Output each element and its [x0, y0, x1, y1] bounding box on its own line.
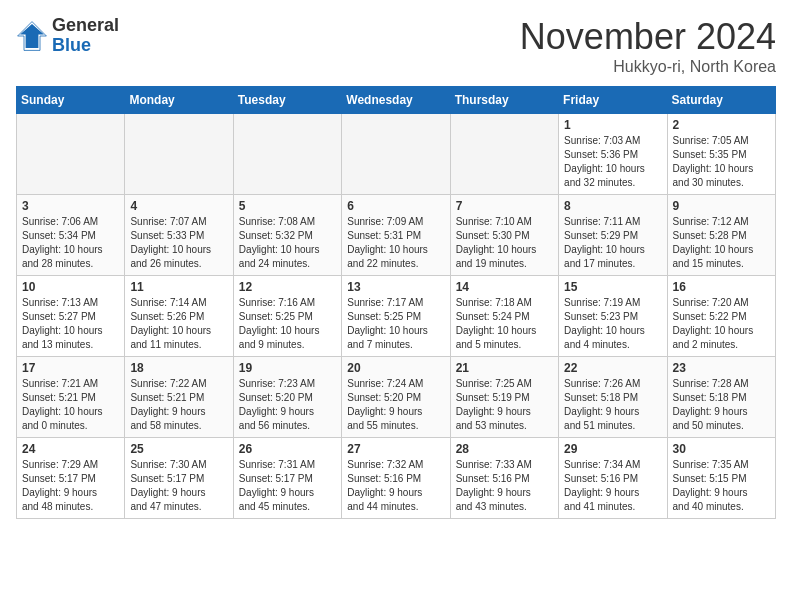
day-info: Sunrise: 7:35 AM Sunset: 5:15 PM Dayligh… — [673, 458, 770, 514]
calendar-day-cell — [17, 114, 125, 195]
calendar-day-cell: 10Sunrise: 7:13 AM Sunset: 5:27 PM Dayli… — [17, 276, 125, 357]
day-number: 8 — [564, 199, 661, 213]
day-info: Sunrise: 7:14 AM Sunset: 5:26 PM Dayligh… — [130, 296, 227, 352]
day-info: Sunrise: 7:17 AM Sunset: 5:25 PM Dayligh… — [347, 296, 444, 352]
day-number: 29 — [564, 442, 661, 456]
calendar-day-cell: 28Sunrise: 7:33 AM Sunset: 5:16 PM Dayli… — [450, 438, 558, 519]
weekday-header: Saturday — [667, 87, 775, 114]
calendar-day-cell: 3Sunrise: 7:06 AM Sunset: 5:34 PM Daylig… — [17, 195, 125, 276]
calendar-day-cell: 5Sunrise: 7:08 AM Sunset: 5:32 PM Daylig… — [233, 195, 341, 276]
calendar-day-cell: 22Sunrise: 7:26 AM Sunset: 5:18 PM Dayli… — [559, 357, 667, 438]
logo-icon — [16, 20, 48, 52]
day-info: Sunrise: 7:10 AM Sunset: 5:30 PM Dayligh… — [456, 215, 553, 271]
day-number: 17 — [22, 361, 119, 375]
location-title: Hukkyo-ri, North Korea — [520, 58, 776, 76]
day-number: 18 — [130, 361, 227, 375]
calendar-day-cell — [342, 114, 450, 195]
calendar-header-row: SundayMondayTuesdayWednesdayThursdayFrid… — [17, 87, 776, 114]
day-info: Sunrise: 7:09 AM Sunset: 5:31 PM Dayligh… — [347, 215, 444, 271]
logo: General Blue — [16, 16, 119, 56]
day-number: 28 — [456, 442, 553, 456]
day-number: 30 — [673, 442, 770, 456]
calendar-day-cell: 13Sunrise: 7:17 AM Sunset: 5:25 PM Dayli… — [342, 276, 450, 357]
day-info: Sunrise: 7:22 AM Sunset: 5:21 PM Dayligh… — [130, 377, 227, 433]
calendar-day-cell: 14Sunrise: 7:18 AM Sunset: 5:24 PM Dayli… — [450, 276, 558, 357]
calendar-day-cell: 25Sunrise: 7:30 AM Sunset: 5:17 PM Dayli… — [125, 438, 233, 519]
calendar-day-cell: 9Sunrise: 7:12 AM Sunset: 5:28 PM Daylig… — [667, 195, 775, 276]
day-info: Sunrise: 7:03 AM Sunset: 5:36 PM Dayligh… — [564, 134, 661, 190]
calendar-week-row: 1Sunrise: 7:03 AM Sunset: 5:36 PM Daylig… — [17, 114, 776, 195]
logo-blue-text: Blue — [52, 36, 119, 56]
day-number: 24 — [22, 442, 119, 456]
weekday-header: Tuesday — [233, 87, 341, 114]
calendar-week-row: 24Sunrise: 7:29 AM Sunset: 5:17 PM Dayli… — [17, 438, 776, 519]
day-info: Sunrise: 7:26 AM Sunset: 5:18 PM Dayligh… — [564, 377, 661, 433]
day-number: 1 — [564, 118, 661, 132]
day-info: Sunrise: 7:34 AM Sunset: 5:16 PM Dayligh… — [564, 458, 661, 514]
calendar-day-cell: 16Sunrise: 7:20 AM Sunset: 5:22 PM Dayli… — [667, 276, 775, 357]
day-number: 13 — [347, 280, 444, 294]
calendar-day-cell: 30Sunrise: 7:35 AM Sunset: 5:15 PM Dayli… — [667, 438, 775, 519]
day-info: Sunrise: 7:11 AM Sunset: 5:29 PM Dayligh… — [564, 215, 661, 271]
day-number: 19 — [239, 361, 336, 375]
calendar-day-cell: 4Sunrise: 7:07 AM Sunset: 5:33 PM Daylig… — [125, 195, 233, 276]
calendar-day-cell: 29Sunrise: 7:34 AM Sunset: 5:16 PM Dayli… — [559, 438, 667, 519]
day-number: 14 — [456, 280, 553, 294]
weekday-header: Sunday — [17, 87, 125, 114]
calendar-day-cell: 2Sunrise: 7:05 AM Sunset: 5:35 PM Daylig… — [667, 114, 775, 195]
day-number: 26 — [239, 442, 336, 456]
calendar-day-cell: 15Sunrise: 7:19 AM Sunset: 5:23 PM Dayli… — [559, 276, 667, 357]
calendar-week-row: 10Sunrise: 7:13 AM Sunset: 5:27 PM Dayli… — [17, 276, 776, 357]
day-number: 11 — [130, 280, 227, 294]
day-number: 9 — [673, 199, 770, 213]
calendar-day-cell: 21Sunrise: 7:25 AM Sunset: 5:19 PM Dayli… — [450, 357, 558, 438]
calendar-day-cell: 1Sunrise: 7:03 AM Sunset: 5:36 PM Daylig… — [559, 114, 667, 195]
calendar-day-cell: 23Sunrise: 7:28 AM Sunset: 5:18 PM Dayli… — [667, 357, 775, 438]
day-info: Sunrise: 7:13 AM Sunset: 5:27 PM Dayligh… — [22, 296, 119, 352]
day-info: Sunrise: 7:06 AM Sunset: 5:34 PM Dayligh… — [22, 215, 119, 271]
day-number: 22 — [564, 361, 661, 375]
weekday-header: Monday — [125, 87, 233, 114]
day-number: 6 — [347, 199, 444, 213]
day-info: Sunrise: 7:20 AM Sunset: 5:22 PM Dayligh… — [673, 296, 770, 352]
weekday-header: Thursday — [450, 87, 558, 114]
day-info: Sunrise: 7:08 AM Sunset: 5:32 PM Dayligh… — [239, 215, 336, 271]
calendar-day-cell: 6Sunrise: 7:09 AM Sunset: 5:31 PM Daylig… — [342, 195, 450, 276]
calendar-day-cell — [450, 114, 558, 195]
day-info: Sunrise: 7:25 AM Sunset: 5:19 PM Dayligh… — [456, 377, 553, 433]
calendar-day-cell: 17Sunrise: 7:21 AM Sunset: 5:21 PM Dayli… — [17, 357, 125, 438]
day-number: 25 — [130, 442, 227, 456]
day-info: Sunrise: 7:32 AM Sunset: 5:16 PM Dayligh… — [347, 458, 444, 514]
page-header: General Blue November 2024 Hukkyo-ri, No… — [16, 16, 776, 76]
day-number: 16 — [673, 280, 770, 294]
day-number: 2 — [673, 118, 770, 132]
calendar-day-cell: 8Sunrise: 7:11 AM Sunset: 5:29 PM Daylig… — [559, 195, 667, 276]
day-info: Sunrise: 7:29 AM Sunset: 5:17 PM Dayligh… — [22, 458, 119, 514]
month-title: November 2024 — [520, 16, 776, 58]
calendar-day-cell — [125, 114, 233, 195]
day-number: 5 — [239, 199, 336, 213]
calendar-day-cell: 20Sunrise: 7:24 AM Sunset: 5:20 PM Dayli… — [342, 357, 450, 438]
calendar-day-cell: 19Sunrise: 7:23 AM Sunset: 5:20 PM Dayli… — [233, 357, 341, 438]
day-number: 10 — [22, 280, 119, 294]
day-number: 4 — [130, 199, 227, 213]
day-info: Sunrise: 7:07 AM Sunset: 5:33 PM Dayligh… — [130, 215, 227, 271]
day-info: Sunrise: 7:18 AM Sunset: 5:24 PM Dayligh… — [456, 296, 553, 352]
title-block: November 2024 Hukkyo-ri, North Korea — [520, 16, 776, 76]
calendar-day-cell: 26Sunrise: 7:31 AM Sunset: 5:17 PM Dayli… — [233, 438, 341, 519]
day-number: 3 — [22, 199, 119, 213]
day-number: 12 — [239, 280, 336, 294]
day-info: Sunrise: 7:30 AM Sunset: 5:17 PM Dayligh… — [130, 458, 227, 514]
calendar-day-cell: 27Sunrise: 7:32 AM Sunset: 5:16 PM Dayli… — [342, 438, 450, 519]
calendar-week-row: 17Sunrise: 7:21 AM Sunset: 5:21 PM Dayli… — [17, 357, 776, 438]
day-number: 23 — [673, 361, 770, 375]
calendar-table: SundayMondayTuesdayWednesdayThursdayFrid… — [16, 86, 776, 519]
calendar-week-row: 3Sunrise: 7:06 AM Sunset: 5:34 PM Daylig… — [17, 195, 776, 276]
day-info: Sunrise: 7:19 AM Sunset: 5:23 PM Dayligh… — [564, 296, 661, 352]
calendar-day-cell: 7Sunrise: 7:10 AM Sunset: 5:30 PM Daylig… — [450, 195, 558, 276]
calendar-day-cell: 12Sunrise: 7:16 AM Sunset: 5:25 PM Dayli… — [233, 276, 341, 357]
weekday-header: Wednesday — [342, 87, 450, 114]
day-info: Sunrise: 7:16 AM Sunset: 5:25 PM Dayligh… — [239, 296, 336, 352]
day-info: Sunrise: 7:31 AM Sunset: 5:17 PM Dayligh… — [239, 458, 336, 514]
day-number: 27 — [347, 442, 444, 456]
